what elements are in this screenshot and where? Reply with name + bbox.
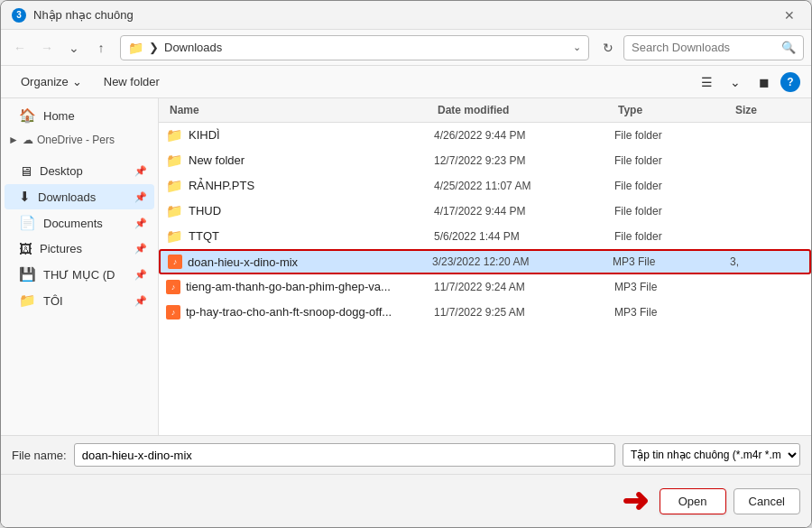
file-name-cell: 📁 THUD bbox=[166, 203, 434, 219]
address-location: Downloads bbox=[164, 41, 222, 54]
table-row[interactable]: 📁 RẢNHP.PTS 4/25/2022 11:07 AM File fold… bbox=[159, 173, 811, 199]
search-input[interactable] bbox=[632, 41, 776, 54]
file-name-cell: ♪ doan-hieu-x-dino-mix bbox=[168, 255, 432, 269]
file-date-cell: 12/7/2022 9:23 PM bbox=[434, 154, 614, 167]
folder-icon: 📁 bbox=[166, 153, 183, 169]
table-row-selected[interactable]: ♪ doan-hieu-x-dino-mix 3/23/2022 12:20 A… bbox=[159, 249, 811, 274]
address-chevron: ⌄ bbox=[573, 42, 581, 53]
file-name-text: KIHDÌ bbox=[189, 128, 220, 142]
pin-icon-documents: 📌 bbox=[134, 218, 147, 229]
pin-icon-toi: 📌 bbox=[134, 295, 147, 307]
sidebar-label-desktop: Desktop bbox=[40, 164, 83, 178]
recent-button[interactable]: ⌄ bbox=[62, 36, 86, 60]
header-size: Size bbox=[732, 102, 804, 118]
table-row[interactable]: 📁 KIHDÌ 4/26/2022 9:44 PM File folder bbox=[159, 123, 811, 148]
title-bar-left: 3 Nhập nhạc chuông bbox=[12, 8, 134, 23]
table-row[interactable]: 📁 TTQT 5/6/2022 1:44 PM File folder bbox=[159, 224, 811, 249]
home-icon: 🏠 bbox=[19, 107, 36, 124]
pin-icon-downloads: 📌 bbox=[134, 191, 147, 203]
address-input[interactable]: 📁 ❯ Downloads ⌄ bbox=[120, 35, 589, 60]
pin-icon-thu-muc: 📌 bbox=[134, 269, 147, 281]
forward-button[interactable]: → bbox=[35, 36, 59, 60]
file-date-cell: 4/26/2022 9:44 PM bbox=[434, 129, 614, 142]
mp3-icon: ♪ bbox=[166, 305, 180, 320]
file-name-text: TTQT bbox=[189, 229, 219, 243]
file-name-text: tieng-am-thanh-go-ban-phim-ghep-va... bbox=[186, 280, 391, 293]
sidebar-label-toi: TÔI bbox=[43, 294, 63, 308]
file-list: 📁 KIHDÌ 4/26/2022 9:44 PM File folder 📁 … bbox=[159, 123, 811, 435]
organize-chevron: ⌄ bbox=[72, 75, 82, 88]
filename-input[interactable] bbox=[74, 443, 615, 467]
sidebar-item-desktop[interactable]: 🖥 Desktop 📌 bbox=[5, 159, 154, 183]
new-folder-label: New folder bbox=[104, 75, 160, 88]
file-date-cell: 11/7/2022 9:25 AM bbox=[434, 306, 614, 319]
open-button[interactable]: Open bbox=[660, 488, 726, 514]
pictures-icon: 🖼 bbox=[19, 241, 32, 256]
back-button[interactable]: ← bbox=[8, 36, 32, 60]
footer-bar: File name: Tập tin nhạc chuông (*.m4r *.… bbox=[1, 435, 811, 474]
file-name-cell: ♪ tieng-am-thanh-go-ban-phim-ghep-va... bbox=[166, 280, 434, 294]
action-bar: ➜ Open Cancel bbox=[1, 474, 811, 527]
sidebar-label-documents: Documents bbox=[43, 217, 103, 230]
pin-icon-desktop: 📌 bbox=[134, 165, 147, 177]
sidebar-label-pictures: Pictures bbox=[40, 242, 82, 255]
file-date-cell: 4/17/2022 9:44 PM bbox=[434, 205, 614, 218]
header-name: Name bbox=[166, 102, 434, 118]
refresh-button[interactable]: ↻ bbox=[596, 36, 620, 60]
file-type-cell: MP3 File bbox=[613, 255, 730, 268]
sidebar-item-onedrive[interactable]: ► ☁ OneDrive - Pers bbox=[1, 129, 158, 151]
sidebar-item-home[interactable]: 🏠 Home bbox=[5, 103, 154, 128]
sidebar-item-downloads[interactable]: ⬇ Downloads 📌 bbox=[5, 184, 154, 209]
filetype-select[interactable]: Tập tin nhạc chuông (*.m4r *.m bbox=[623, 443, 800, 467]
folder-icon: 📁 bbox=[166, 228, 183, 245]
mp3-icon: ♪ bbox=[166, 280, 180, 294]
toolbar: Organize ⌄ New folder ☰ ⌄ ◼ ? bbox=[1, 66, 811, 98]
sidebar-item-documents[interactable]: 📄 Documents 📌 bbox=[5, 210, 154, 236]
documents-icon: 📄 bbox=[19, 215, 36, 231]
up-button[interactable]: ↑ bbox=[89, 36, 113, 60]
search-box[interactable]: 🔍 bbox=[623, 35, 804, 60]
table-row[interactable]: ♪ tieng-am-thanh-go-ban-phim-ghep-va... … bbox=[159, 274, 811, 300]
new-folder-button[interactable]: New folder bbox=[95, 71, 169, 92]
main-content: 🏠 Home ► ☁ OneDrive - Pers 🖥 Desktop 📌 ⬇… bbox=[1, 98, 811, 435]
table-row[interactable]: 📁 THUD 4/17/2022 9:44 PM File folder bbox=[159, 199, 811, 224]
folder-icon: 📁 bbox=[166, 203, 183, 219]
desktop-icon: 🖥 bbox=[19, 163, 32, 179]
sidebar-label-thu-muc: THƯ MỤC (D bbox=[43, 268, 115, 282]
list-view-button[interactable]: ☰ bbox=[694, 69, 719, 95]
filename-label: File name: bbox=[12, 449, 67, 462]
file-name-cell: 📁 RẢNHP.PTS bbox=[166, 178, 434, 194]
toolbar-right: ☰ ⌄ ◼ ? bbox=[694, 69, 800, 95]
header-date: Date modified bbox=[434, 102, 614, 118]
header-type: Type bbox=[614, 102, 732, 118]
file-name-cell: 📁 KIHDÌ bbox=[166, 127, 434, 144]
address-path: ❯ bbox=[149, 41, 159, 54]
file-date-cell: 4/25/2022 11:07 AM bbox=[434, 180, 614, 192]
file-date-cell: 3/23/2022 12:20 AM bbox=[432, 255, 613, 268]
view-chevron-button[interactable]: ⌄ bbox=[723, 69, 748, 95]
file-type-cell: MP3 File bbox=[614, 281, 732, 293]
pane-button[interactable]: ◼ bbox=[752, 69, 777, 95]
arrow-indicator: ➜ bbox=[622, 482, 649, 520]
toi-icon: 📁 bbox=[19, 292, 36, 309]
sidebar-item-pictures[interactable]: 🖼 Pictures 📌 bbox=[5, 236, 154, 261]
table-row[interactable]: ♪ tp-hay-trao-cho-anh-ft-snoop-dogg-off.… bbox=[159, 300, 811, 325]
file-name-text: THUD bbox=[189, 204, 221, 218]
file-name-cell: 📁 TTQT bbox=[166, 228, 434, 245]
help-button[interactable]: ? bbox=[780, 72, 800, 92]
sidebar-label-onedrive: OneDrive - Pers bbox=[37, 134, 115, 146]
sidebar-label-downloads: Downloads bbox=[38, 190, 96, 204]
close-button[interactable]: ✕ bbox=[779, 6, 800, 24]
sidebar-item-thu-muc[interactable]: 💾 THƯ MỤC (D 📌 bbox=[5, 262, 154, 287]
pin-icon-pictures: 📌 bbox=[134, 243, 147, 255]
cancel-button[interactable]: Cancel bbox=[734, 488, 800, 514]
folder-icon: 📁 bbox=[166, 127, 183, 144]
file-date-cell: 5/6/2022 1:44 PM bbox=[434, 230, 614, 243]
sidebar-item-toi[interactable]: 📁 TÔI 📌 bbox=[5, 288, 154, 313]
file-type-cell: File folder bbox=[614, 205, 732, 218]
table-row[interactable]: 📁 New folder 12/7/2022 9:23 PM File fold… bbox=[159, 148, 811, 173]
organize-button[interactable]: Organize ⌄ bbox=[12, 71, 91, 92]
thu-muc-icon: 💾 bbox=[19, 266, 36, 283]
downloads-icon: ⬇ bbox=[19, 189, 31, 205]
window-title: Nhập nhạc chuông bbox=[33, 8, 134, 22]
